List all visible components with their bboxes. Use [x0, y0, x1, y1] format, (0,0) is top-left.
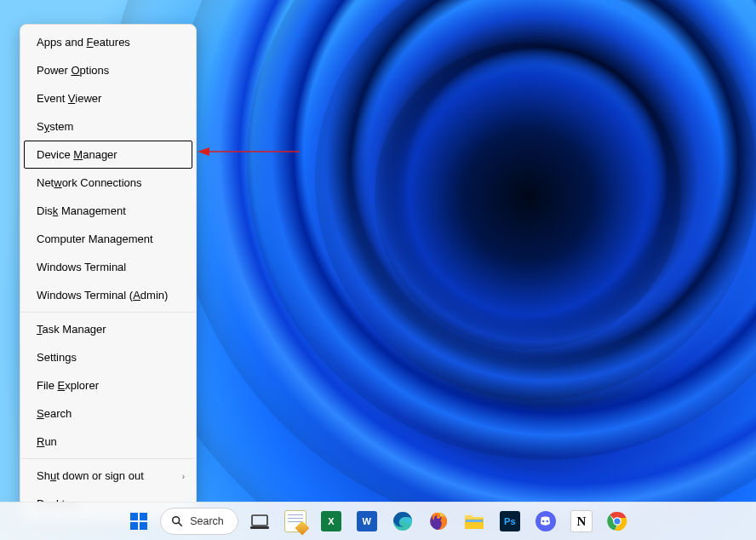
menu-run[interactable]: Run: [24, 428, 192, 456]
svg-line-7: [179, 523, 182, 526]
edge-icon: [392, 511, 413, 531]
menu-task-manager[interactable]: Task Manager: [24, 315, 192, 343]
svg-rect-3: [140, 513, 147, 520]
menu-computer-management[interactable]: Computer Management: [24, 225, 192, 253]
svg-rect-4: [130, 522, 138, 530]
desktop-wallpaper: Apps and FeaturesPower OptionsEvent View…: [0, 0, 756, 540]
chrome-icon: [607, 511, 627, 531]
photoshop-button[interactable]: Ps: [495, 507, 524, 536]
menu-apps-features[interactable]: Apps and Features: [24, 28, 192, 56]
menu-separator: [21, 312, 195, 313]
winx-context-menu: Apps and FeaturesPower OptionsEvent View…: [20, 24, 197, 522]
taskbar-search[interactable]: Search: [160, 508, 238, 535]
word-icon: W: [357, 511, 377, 531]
menu-separator: [21, 458, 195, 459]
notion-icon: N: [570, 510, 593, 532]
discord-button[interactable]: [531, 507, 560, 536]
firefox-button[interactable]: [424, 507, 453, 536]
notepad-icon: [284, 510, 306, 532]
menu-event-viewer[interactable]: Event Viewer: [24, 84, 192, 112]
photoshop-icon: Ps: [500, 511, 520, 531]
menu-device-manager[interactable]: Device Manager: [24, 141, 192, 169]
taskbar: Search X W: [0, 502, 756, 540]
notepad-button[interactable]: [281, 507, 310, 536]
menu-search[interactable]: Search: [24, 399, 192, 428]
svg-rect-9: [250, 526, 269, 529]
menu-file-explorer[interactable]: File Explorer: [24, 371, 192, 399]
svg-point-14: [547, 520, 549, 523]
taskview-button[interactable]: [245, 507, 274, 536]
explorer-icon: [464, 512, 484, 531]
start-button[interactable]: [124, 507, 153, 536]
notion-button[interactable]: N: [567, 507, 596, 536]
start-icon: [129, 512, 148, 531]
firefox-icon: [428, 511, 449, 531]
word-button[interactable]: W: [352, 507, 381, 536]
explorer-button[interactable]: [460, 507, 489, 536]
menu-system[interactable]: System: [24, 112, 192, 141]
svg-rect-2: [130, 513, 138, 520]
menu-power-options[interactable]: Power Options: [24, 56, 192, 84]
edge-button[interactable]: [388, 507, 417, 536]
menu-settings[interactable]: Settings: [24, 343, 192, 371]
chevron-right-icon: ›: [182, 462, 185, 489]
svg-point-13: [542, 520, 545, 523]
menu-windows-terminal-admin[interactable]: Windows Terminal (Admin): [24, 281, 192, 309]
svg-rect-12: [466, 520, 483, 522]
menu-disk-management[interactable]: Disk Management: [24, 197, 192, 225]
svg-rect-5: [140, 522, 147, 530]
menu-windows-terminal[interactable]: Windows Terminal: [24, 253, 192, 281]
chrome-button[interactable]: [603, 507, 632, 536]
discord-icon: [536, 511, 556, 531]
menu-shutdown-signout[interactable]: Shut down or sign out›: [24, 462, 192, 490]
svg-rect-8: [252, 515, 267, 526]
search-label: Search: [190, 515, 224, 527]
menu-network-connections[interactable]: Network Connections: [24, 169, 192, 197]
excel-button[interactable]: X: [317, 507, 346, 536]
search-icon: [171, 515, 183, 527]
excel-icon: X: [321, 511, 341, 531]
taskview-icon: [250, 513, 269, 530]
